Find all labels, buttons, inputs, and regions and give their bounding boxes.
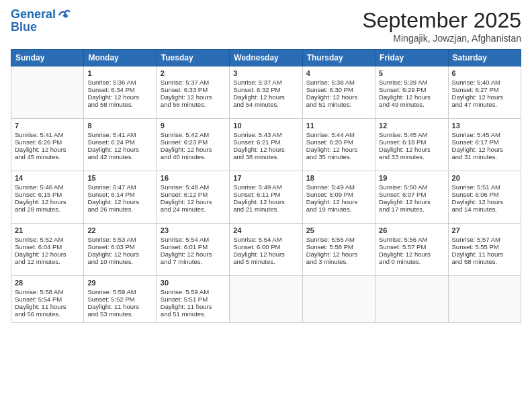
table-cell: 12Sunrise: 5:45 AMSunset: 6:18 PMDayligh… <box>375 119 448 171</box>
table-cell: 10Sunrise: 5:43 AMSunset: 6:21 PMDayligh… <box>230 119 302 171</box>
table-cell <box>11 66 84 119</box>
cell-content: Sunrise: 5:45 AM <box>379 131 444 138</box>
cell-content: Daylight: 12 hours <box>233 93 298 101</box>
cell-content: Sunrise: 5:40 AM <box>452 79 517 86</box>
table-cell: 18Sunrise: 5:49 AMSunset: 6:09 PMDayligh… <box>302 171 375 224</box>
cell-content: Daylight: 11 hours <box>161 303 226 310</box>
table-cell <box>230 276 302 323</box>
cell-content: Daylight: 12 hours <box>379 250 444 258</box>
table-cell: 14Sunrise: 5:46 AMSunset: 6:15 PMDayligh… <box>11 171 84 224</box>
table-cell: 27Sunrise: 5:57 AMSunset: 5:55 PMDayligh… <box>448 224 521 276</box>
cell-content: Daylight: 12 hours <box>161 146 226 153</box>
cell-content: Daylight: 12 hours <box>87 198 152 205</box>
cell-content: Sunrise: 5:47 AM <box>87 183 152 191</box>
logo-text: General <box>11 8 56 21</box>
day-number: 30 <box>161 279 226 287</box>
logo: General Blue <box>11 8 71 34</box>
table-cell: 20Sunrise: 5:51 AMSunset: 6:06 PMDayligh… <box>448 171 521 224</box>
cell-content: and 54 minutes. <box>233 101 298 108</box>
cell-content: and 17 minutes. <box>379 205 444 213</box>
cell-content: Sunset: 5:57 PM <box>379 243 444 250</box>
cell-content: Sunrise: 5:58 AM <box>15 288 80 295</box>
cell-content: Daylight: 12 hours <box>306 250 371 258</box>
cell-content: Daylight: 12 hours <box>87 93 152 101</box>
table-row: 1Sunrise: 5:36 AMSunset: 6:34 PMDaylight… <box>11 66 521 119</box>
cell-content: Sunrise: 5:38 AM <box>306 79 371 86</box>
cell-content: and 49 minutes. <box>379 101 444 108</box>
cell-content: Daylight: 12 hours <box>306 198 371 205</box>
cell-content: and 56 minutes. <box>15 310 80 318</box>
cell-content: Daylight: 11 hours <box>452 250 517 258</box>
day-number: 29 <box>87 279 152 287</box>
cell-content: Sunset: 6:30 PM <box>306 86 371 93</box>
col-saturday: Saturday <box>448 50 521 66</box>
col-thursday: Thursday <box>302 50 375 66</box>
cell-content: Daylight: 12 hours <box>306 93 371 101</box>
table-row: 28Sunrise: 5:58 AMSunset: 5:54 PMDayligh… <box>11 276 521 323</box>
month-title: September 2025 <box>362 8 521 33</box>
cell-content: Sunrise: 5:59 AM <box>161 288 226 295</box>
cell-content: Sunset: 5:52 PM <box>87 295 152 303</box>
cell-content: Sunrise: 5:54 AM <box>233 236 298 243</box>
cell-content: Sunrise: 5:56 AM <box>379 236 444 243</box>
cell-content: and 5 minutes. <box>233 258 298 265</box>
day-number: 25 <box>306 226 371 234</box>
day-number: 16 <box>161 174 226 182</box>
cell-content: Daylight: 12 hours <box>87 250 152 258</box>
cell-content: Sunrise: 5:45 AM <box>452 131 517 138</box>
day-number: 4 <box>306 69 371 77</box>
cell-content: Sunset: 6:18 PM <box>379 138 444 146</box>
cell-content: Sunset: 6:32 PM <box>233 86 298 93</box>
cell-content: Daylight: 12 hours <box>87 146 152 153</box>
table-cell: 17Sunrise: 5:49 AMSunset: 6:11 PMDayligh… <box>230 171 302 224</box>
day-number: 12 <box>379 122 444 130</box>
cell-content: Sunrise: 5:46 AM <box>15 183 80 191</box>
table-cell: 6Sunrise: 5:40 AMSunset: 6:27 PMDaylight… <box>448 66 521 119</box>
cell-content: Sunrise: 5:36 AM <box>87 79 152 86</box>
day-number: 6 <box>452 69 517 77</box>
cell-content: and 42 minutes. <box>87 153 152 161</box>
day-number: 27 <box>452 226 517 234</box>
day-number: 26 <box>379 226 444 234</box>
cell-content: Sunset: 5:55 PM <box>452 243 517 250</box>
table-cell: 29Sunrise: 5:59 AMSunset: 5:52 PMDayligh… <box>84 276 157 323</box>
col-tuesday: Tuesday <box>157 50 229 66</box>
cell-content: Sunset: 6:09 PM <box>306 191 371 198</box>
cell-content: and 10 minutes. <box>87 258 152 265</box>
cell-content: Sunrise: 5:48 AM <box>161 183 226 191</box>
table-cell: 30Sunrise: 5:59 AMSunset: 5:51 PMDayligh… <box>157 276 229 323</box>
day-number: 5 <box>379 69 444 77</box>
cell-content: and 14 minutes. <box>452 205 517 213</box>
cell-content: Daylight: 12 hours <box>161 250 226 258</box>
day-number: 19 <box>379 174 444 182</box>
cell-content: Sunset: 6:23 PM <box>161 138 226 146</box>
cell-content: and 3 minutes. <box>306 258 371 265</box>
table-cell: 11Sunrise: 5:44 AMSunset: 6:20 PMDayligh… <box>302 119 375 171</box>
cell-content: Sunset: 6:29 PM <box>379 86 444 93</box>
table-cell: 19Sunrise: 5:50 AMSunset: 6:07 PMDayligh… <box>375 171 448 224</box>
cell-content: Daylight: 12 hours <box>379 146 444 153</box>
cell-content: and 38 minutes. <box>233 153 298 161</box>
cell-content: and 40 minutes. <box>161 153 226 161</box>
day-number: 7 <box>15 122 80 130</box>
cell-content: and 58 minutes. <box>452 258 517 265</box>
col-monday: Monday <box>84 50 157 66</box>
cell-content: Daylight: 11 hours <box>87 303 152 310</box>
cell-content: Sunset: 6:12 PM <box>161 191 226 198</box>
cell-content: Daylight: 12 hours <box>233 146 298 153</box>
cell-content: and 45 minutes. <box>15 153 80 161</box>
logo-blue: Blue <box>11 20 71 34</box>
cell-content: Daylight: 12 hours <box>452 93 517 101</box>
cell-content: and 58 minutes. <box>87 101 152 108</box>
day-number: 17 <box>233 174 298 182</box>
table-cell <box>375 276 448 323</box>
cell-content: Sunset: 6:11 PM <box>233 191 298 198</box>
day-number: 18 <box>306 174 371 182</box>
cell-content: Daylight: 12 hours <box>233 250 298 258</box>
table-cell: 26Sunrise: 5:56 AMSunset: 5:57 PMDayligh… <box>375 224 448 276</box>
cell-content: Sunset: 5:51 PM <box>161 295 226 303</box>
table-cell: 13Sunrise: 5:45 AMSunset: 6:17 PMDayligh… <box>448 119 521 171</box>
day-number: 15 <box>87 174 152 182</box>
cell-content: Sunset: 6:14 PM <box>87 191 152 198</box>
cell-content: Sunset: 6:17 PM <box>452 138 517 146</box>
